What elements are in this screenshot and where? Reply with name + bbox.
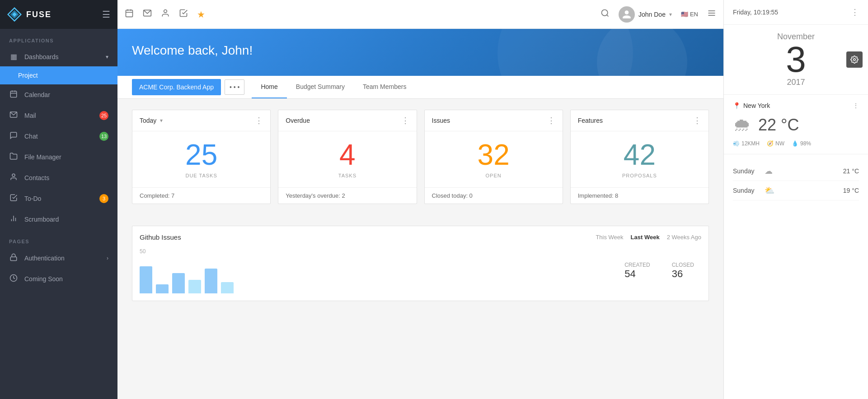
today-footer: Completed: 7 xyxy=(132,187,270,204)
file-manager-label: File Manager xyxy=(24,153,108,161)
bar-2 xyxy=(156,284,169,293)
tab-budget[interactable]: Budget Summary xyxy=(287,76,354,98)
sidebar-item-scrumboard[interactable]: Scrumboard xyxy=(0,209,117,230)
tab-team[interactable]: Team Members xyxy=(354,76,415,98)
user-dropdown-chevron: ▾ xyxy=(669,11,672,18)
calendar-year: 2017 xyxy=(733,78,859,87)
github-chart xyxy=(140,257,603,293)
hamburger-icon[interactable]: ☰ xyxy=(102,9,110,20)
overdue-card: Overdue ⋮ 4 TASKS Yesterday's overdue: 2 xyxy=(278,110,417,204)
issues-title: Issues xyxy=(432,117,450,124)
calendar-topbar-icon[interactable] xyxy=(125,9,134,20)
todo-icon xyxy=(9,194,18,204)
today-number: 25 xyxy=(140,140,263,169)
weather-section: 📍 New York ⋮ 🌧 22 °C 💨 12KMH 🧭 NW 💧 98% xyxy=(724,95,868,154)
overdue-sub: TASKS xyxy=(286,173,409,178)
created-value: 54 xyxy=(624,268,650,280)
sidebar-item-todo[interactable]: To-Do 3 xyxy=(0,188,117,209)
stats-cards-row: Today ▾ ⋮ 25 DUE TASKS Completed: 7 Over… xyxy=(132,110,709,204)
humidity-icon: 💧 xyxy=(792,140,798,147)
right-panel: Friday, 10:19:55 ⋮ November 3 2017 📍 New… xyxy=(723,0,868,399)
coming-soon-icon xyxy=(9,274,18,284)
forecast-day-0: Sunday xyxy=(733,167,765,175)
features-sub: PROPOSALS xyxy=(578,173,701,178)
features-footer: Implemented: 8 xyxy=(571,187,708,204)
overdue-footer: Yesterday's overdue: 2 xyxy=(278,187,416,204)
github-tab-last-week[interactable]: Last Week xyxy=(631,234,660,241)
sidebar-item-file-manager[interactable]: File Manager xyxy=(0,147,117,167)
chart-label-50: 50 xyxy=(140,248,603,255)
location-pin-icon: 📍 xyxy=(733,102,741,109)
chat-label: Chat xyxy=(24,133,99,140)
overdue-title: Overdue xyxy=(286,117,310,124)
bar-4 xyxy=(188,280,201,293)
chat-icon xyxy=(9,131,18,141)
todo-topbar-icon[interactable] xyxy=(179,9,188,20)
list-topbar-icon[interactable] xyxy=(707,9,716,20)
star-topbar-icon[interactable]: ★ xyxy=(197,9,205,20)
today-card-header: Today ▾ ⋮ xyxy=(132,110,270,131)
issues-card-dots[interactable]: ⋮ xyxy=(547,116,555,125)
github-chart-area: 50 xyxy=(140,248,603,293)
tab-home[interactable]: Home xyxy=(252,76,286,98)
project-name-button[interactable]: ACME Corp. Backend App xyxy=(132,79,221,95)
mail-badge: 25 xyxy=(99,111,108,120)
pages-label: PAGES xyxy=(0,230,117,248)
svg-rect-3 xyxy=(10,91,17,97)
panel-header: Friday, 10:19:55 ⋮ xyxy=(724,0,868,25)
mail-topbar-icon[interactable] xyxy=(143,9,152,20)
contacts-topbar-icon[interactable] xyxy=(161,9,170,20)
sidebar-item-dashboards[interactable]: ▦ Dashboards ▾ xyxy=(0,47,117,66)
wind-icon: 💨 xyxy=(733,140,740,147)
github-tab-this-week[interactable]: This Week xyxy=(596,234,623,241)
forecast-temp-1: 19 °C xyxy=(843,187,859,194)
features-title: Features xyxy=(578,117,603,124)
sidebar-item-contacts[interactable]: Contacts xyxy=(0,167,117,188)
wind-detail: 💨 12KMH xyxy=(733,140,760,147)
github-tab-2-weeks-ago[interactable]: 2 Weeks Ago xyxy=(667,234,701,241)
svg-point-19 xyxy=(164,10,167,13)
calendar-section: November 3 2017 xyxy=(724,25,868,95)
today-card: Today ▾ ⋮ 25 DUE TASKS Completed: 7 xyxy=(132,110,271,204)
weather-details: 💨 12KMH 🧭 NW 💧 98% xyxy=(733,140,859,147)
svg-line-21 xyxy=(607,15,609,17)
forecast-day-1: Sunday xyxy=(733,187,765,194)
issues-sub: OPEN xyxy=(432,173,555,178)
location-name: New York xyxy=(743,102,770,109)
calendar-settings-button[interactable] xyxy=(846,51,863,68)
humidity-detail: 💧 98% xyxy=(792,140,811,147)
overdue-card-dots[interactable]: ⋮ xyxy=(401,116,409,125)
features-card-dots[interactable]: ⋮ xyxy=(693,116,701,125)
sidebar-item-authentication[interactable]: Authentication › xyxy=(0,248,117,269)
app-name: FUSE xyxy=(26,10,52,19)
bar-1 xyxy=(140,266,152,293)
sidebar-item-mail[interactable]: Mail 25 xyxy=(0,105,117,126)
sidebar: FUSE ☰ APPLICATIONS ▦ Dashboards ▾ Proje… xyxy=(0,0,117,399)
today-dropdown-icon[interactable]: ▾ xyxy=(160,117,163,124)
weather-temperature: 22 °C xyxy=(758,116,799,135)
sidebar-header: FUSE ☰ xyxy=(0,0,117,29)
sidebar-item-chat[interactable]: Chat 13 xyxy=(0,126,117,147)
project-bar: ACME Corp. Backend App • • • Home Budget… xyxy=(117,76,723,99)
sidebar-item-calendar[interactable]: Calendar xyxy=(0,84,117,105)
today-card-body: 25 DUE TASKS xyxy=(132,131,270,187)
issues-card-body: 32 OPEN xyxy=(425,131,563,187)
dashboards-label: Dashboards xyxy=(24,53,103,60)
project-options-button[interactable]: • • • xyxy=(225,79,244,95)
panel-header-dots[interactable]: ⋮ xyxy=(851,7,859,17)
overdue-card-body: 4 TASKS xyxy=(278,131,416,187)
svg-point-25 xyxy=(854,59,856,61)
weather-options-dots[interactable]: ⋮ xyxy=(853,102,859,109)
issues-number: 32 xyxy=(432,140,555,169)
search-topbar-icon[interactable] xyxy=(601,9,610,20)
sidebar-item-coming-soon[interactable]: Coming Soon xyxy=(0,269,117,289)
created-label: CREATED xyxy=(624,262,650,268)
chat-badge: 13 xyxy=(99,132,108,141)
sidebar-logo[interactable]: FUSE xyxy=(7,7,52,22)
user-info[interactable]: John Doe ▾ xyxy=(619,6,672,23)
features-card-body: 42 PROPOSALS xyxy=(571,131,708,187)
closed-label: CLOSED xyxy=(672,262,694,268)
language-selector[interactable]: 🇺🇸 EN xyxy=(681,11,698,18)
sidebar-item-project[interactable]: Project xyxy=(0,66,117,84)
today-card-dots[interactable]: ⋮ xyxy=(255,116,263,125)
